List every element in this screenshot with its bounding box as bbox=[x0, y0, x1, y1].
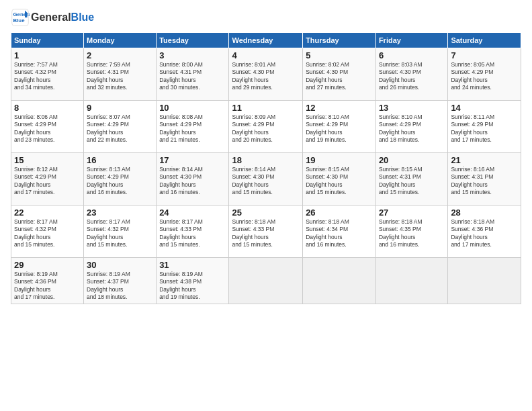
calendar-week-row: 29 Sunrise: 8:19 AM Sunset: 4:36 PM Dayl… bbox=[11, 258, 521, 304]
day-number: 9 bbox=[87, 103, 153, 113]
calendar-week-row: 15 Sunrise: 8:12 AM Sunset: 4:29 PM Dayl… bbox=[11, 153, 521, 205]
calendar-page: General Blue GeneralBlue SundayMondayTue… bbox=[0, 0, 532, 411]
day-number: 23 bbox=[87, 208, 153, 218]
day-number: 16 bbox=[87, 155, 153, 165]
weekday-header: Friday bbox=[375, 33, 447, 48]
day-number: 8 bbox=[14, 103, 81, 113]
day-info: Sunrise: 7:57 AM Sunset: 4:32 PM Dayligh… bbox=[14, 61, 81, 92]
day-number: 30 bbox=[87, 260, 153, 270]
calendar-table: SundayMondayTuesdayWednesdayThursdayFrid… bbox=[11, 32, 521, 304]
day-number: 21 bbox=[451, 155, 518, 165]
day-number: 10 bbox=[159, 103, 226, 113]
calendar-cell: 29 Sunrise: 8:19 AM Sunset: 4:36 PM Dayl… bbox=[11, 258, 84, 304]
calendar-cell: 8 Sunrise: 8:06 AM Sunset: 4:29 PM Dayli… bbox=[11, 101, 84, 153]
day-info: Sunrise: 8:05 AM Sunset: 4:29 PM Dayligh… bbox=[451, 61, 518, 92]
day-number: 15 bbox=[14, 155, 81, 165]
calendar-cell: 13 Sunrise: 8:10 AM Sunset: 4:29 PM Dayl… bbox=[375, 101, 447, 153]
day-info: Sunrise: 8:19 AM Sunset: 4:38 PM Dayligh… bbox=[159, 271, 226, 302]
day-number: 17 bbox=[159, 155, 226, 165]
weekday-header: Monday bbox=[84, 33, 157, 48]
day-info: Sunrise: 8:01 AM Sunset: 4:30 PM Dayligh… bbox=[232, 61, 300, 92]
day-number: 1 bbox=[14, 50, 81, 60]
day-info: Sunrise: 8:18 AM Sunset: 4:35 PM Dayligh… bbox=[379, 218, 445, 249]
day-number: 28 bbox=[451, 208, 518, 218]
day-number: 19 bbox=[306, 155, 373, 165]
day-info: Sunrise: 8:12 AM Sunset: 4:29 PM Dayligh… bbox=[14, 166, 81, 197]
day-number: 18 bbox=[232, 155, 300, 165]
calendar-cell: 24 Sunrise: 8:17 AM Sunset: 4:33 PM Dayl… bbox=[157, 205, 229, 258]
logo: General Blue GeneralBlue bbox=[11, 8, 94, 27]
calendar-cell: 27 Sunrise: 8:18 AM Sunset: 4:35 PM Dayl… bbox=[375, 205, 447, 258]
day-number: 20 bbox=[379, 155, 445, 165]
weekday-header: Sunday bbox=[11, 33, 84, 48]
day-info: Sunrise: 8:07 AM Sunset: 4:29 PM Dayligh… bbox=[87, 113, 153, 144]
calendar-cell: 15 Sunrise: 8:12 AM Sunset: 4:29 PM Dayl… bbox=[11, 153, 84, 205]
day-info: Sunrise: 8:18 AM Sunset: 4:33 PM Dayligh… bbox=[232, 218, 300, 249]
calendar-cell bbox=[229, 258, 303, 304]
calendar-cell: 26 Sunrise: 8:18 AM Sunset: 4:34 PM Dayl… bbox=[303, 205, 376, 258]
calendar-cell: 14 Sunrise: 8:11 AM Sunset: 4:29 PM Dayl… bbox=[448, 101, 521, 153]
day-number: 26 bbox=[306, 208, 373, 218]
day-info: Sunrise: 8:19 AM Sunset: 4:36 PM Dayligh… bbox=[14, 271, 81, 302]
day-info: Sunrise: 8:06 AM Sunset: 4:29 PM Dayligh… bbox=[14, 113, 81, 144]
calendar-cell: 22 Sunrise: 8:17 AM Sunset: 4:32 PM Dayl… bbox=[11, 205, 84, 258]
day-info: Sunrise: 8:09 AM Sunset: 4:29 PM Dayligh… bbox=[232, 113, 300, 144]
day-number: 29 bbox=[14, 260, 81, 270]
calendar-cell bbox=[303, 258, 376, 304]
day-number: 11 bbox=[232, 103, 300, 113]
calendar-cell: 3 Sunrise: 8:00 AM Sunset: 4:31 PM Dayli… bbox=[157, 48, 229, 101]
calendar-cell: 4 Sunrise: 8:01 AM Sunset: 4:30 PM Dayli… bbox=[229, 48, 303, 101]
calendar-cell: 11 Sunrise: 8:09 AM Sunset: 4:29 PM Dayl… bbox=[229, 101, 303, 153]
calendar-cell: 23 Sunrise: 8:17 AM Sunset: 4:32 PM Dayl… bbox=[84, 205, 157, 258]
day-number: 6 bbox=[379, 50, 445, 60]
day-info: Sunrise: 8:17 AM Sunset: 4:32 PM Dayligh… bbox=[87, 218, 153, 249]
day-info: Sunrise: 8:08 AM Sunset: 4:29 PM Dayligh… bbox=[159, 113, 226, 144]
day-info: Sunrise: 8:15 AM Sunset: 4:30 PM Dayligh… bbox=[306, 166, 373, 197]
day-info: Sunrise: 8:14 AM Sunset: 4:30 PM Dayligh… bbox=[159, 166, 226, 197]
day-info: Sunrise: 8:02 AM Sunset: 4:30 PM Dayligh… bbox=[306, 61, 373, 92]
calendar-cell: 1 Sunrise: 7:57 AM Sunset: 4:32 PM Dayli… bbox=[11, 48, 84, 101]
calendar-cell: 10 Sunrise: 8:08 AM Sunset: 4:29 PM Dayl… bbox=[157, 101, 229, 153]
svg-text:Blue: Blue bbox=[13, 17, 26, 24]
calendar-cell: 19 Sunrise: 8:15 AM Sunset: 4:30 PM Dayl… bbox=[303, 153, 376, 205]
calendar-cell: 25 Sunrise: 8:18 AM Sunset: 4:33 PM Dayl… bbox=[229, 205, 303, 258]
day-info: Sunrise: 8:03 AM Sunset: 4:30 PM Dayligh… bbox=[379, 61, 445, 92]
calendar-cell: 5 Sunrise: 8:02 AM Sunset: 4:30 PM Dayli… bbox=[303, 48, 376, 101]
calendar-week-row: 22 Sunrise: 8:17 AM Sunset: 4:32 PM Dayl… bbox=[11, 205, 521, 258]
calendar-cell: 21 Sunrise: 8:16 AM Sunset: 4:31 PM Dayl… bbox=[448, 153, 521, 205]
day-number: 25 bbox=[232, 208, 300, 218]
calendar-cell: 16 Sunrise: 8:13 AM Sunset: 4:29 PM Dayl… bbox=[84, 153, 157, 205]
day-number: 7 bbox=[451, 50, 518, 60]
day-number: 22 bbox=[14, 208, 81, 218]
calendar-cell: 2 Sunrise: 7:59 AM Sunset: 4:31 PM Dayli… bbox=[84, 48, 157, 101]
logo-icon: General Blue bbox=[11, 8, 30, 27]
day-number: 4 bbox=[232, 50, 300, 60]
weekday-header: Wednesday bbox=[229, 33, 303, 48]
day-info: Sunrise: 8:14 AM Sunset: 4:30 PM Dayligh… bbox=[232, 166, 300, 197]
calendar-cell: 9 Sunrise: 8:07 AM Sunset: 4:29 PM Dayli… bbox=[84, 101, 157, 153]
day-info: Sunrise: 8:18 AM Sunset: 4:36 PM Dayligh… bbox=[451, 218, 518, 249]
day-info: Sunrise: 8:19 AM Sunset: 4:37 PM Dayligh… bbox=[87, 271, 153, 302]
calendar-cell: 28 Sunrise: 8:18 AM Sunset: 4:36 PM Dayl… bbox=[448, 205, 521, 258]
calendar-cell: 17 Sunrise: 8:14 AM Sunset: 4:30 PM Dayl… bbox=[157, 153, 229, 205]
day-info: Sunrise: 8:11 AM Sunset: 4:29 PM Dayligh… bbox=[451, 113, 518, 144]
calendar-cell: 12 Sunrise: 8:10 AM Sunset: 4:29 PM Dayl… bbox=[303, 101, 376, 153]
day-number: 5 bbox=[306, 50, 373, 60]
calendar-cell: 6 Sunrise: 8:03 AM Sunset: 4:30 PM Dayli… bbox=[375, 48, 447, 101]
day-number: 31 bbox=[159, 260, 226, 270]
day-number: 2 bbox=[87, 50, 153, 60]
weekday-header: Tuesday bbox=[157, 33, 229, 48]
calendar-week-row: 1 Sunrise: 7:57 AM Sunset: 4:32 PM Dayli… bbox=[11, 48, 521, 101]
day-info: Sunrise: 8:10 AM Sunset: 4:29 PM Dayligh… bbox=[379, 113, 445, 144]
day-info: Sunrise: 8:15 AM Sunset: 4:31 PM Dayligh… bbox=[379, 166, 445, 197]
calendar-cell: 20 Sunrise: 8:15 AM Sunset: 4:31 PM Dayl… bbox=[375, 153, 447, 205]
calendar-body: 1 Sunrise: 7:57 AM Sunset: 4:32 PM Dayli… bbox=[11, 48, 521, 304]
day-info: Sunrise: 8:10 AM Sunset: 4:29 PM Dayligh… bbox=[306, 113, 373, 144]
day-number: 3 bbox=[159, 50, 226, 60]
calendar-cell bbox=[448, 258, 521, 304]
day-info: Sunrise: 8:18 AM Sunset: 4:34 PM Dayligh… bbox=[306, 218, 373, 249]
day-info: Sunrise: 8:13 AM Sunset: 4:29 PM Dayligh… bbox=[87, 166, 153, 197]
weekday-header: Thursday bbox=[303, 33, 376, 48]
day-number: 13 bbox=[379, 103, 445, 113]
calendar-cell: 7 Sunrise: 8:05 AM Sunset: 4:29 PM Dayli… bbox=[448, 48, 521, 101]
